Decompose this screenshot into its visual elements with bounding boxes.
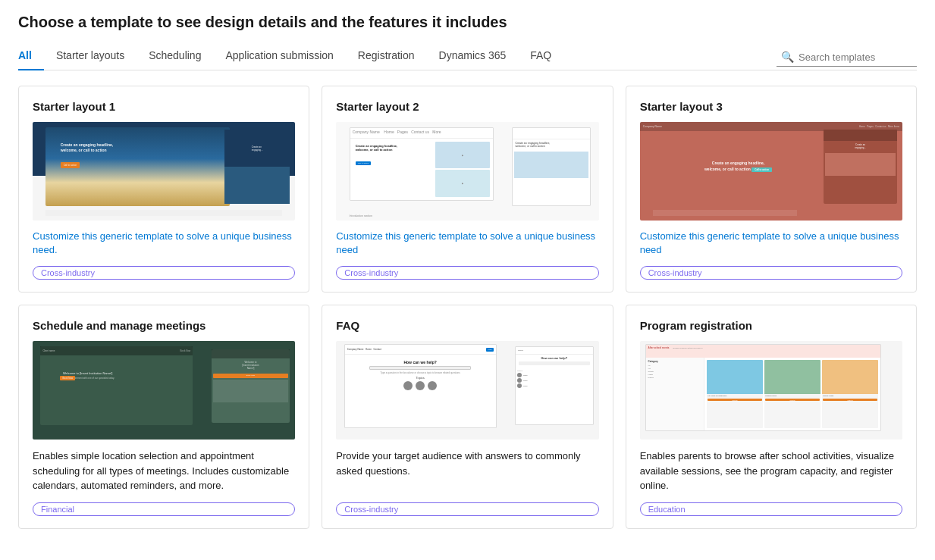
card-title-starter-2: Starter layout 2 xyxy=(336,100,598,113)
card-tag-starter-2: Cross-industry xyxy=(336,266,598,280)
tab-scheduling[interactable]: Scheduling xyxy=(136,45,213,70)
card-tag-starter-3: Cross-industry xyxy=(640,266,902,280)
card-starter-layout-1: Starter layout 1 Create an engaging head… xyxy=(18,86,309,293)
cards-grid: Starter layout 1 Create an engaging head… xyxy=(18,86,917,529)
tab-faq[interactable]: FAQ xyxy=(518,45,563,70)
card-title-starter-3: Starter layout 3 xyxy=(640,100,902,113)
card-description-starter-1[interactable]: Customize this generic template to solve… xyxy=(33,230,295,257)
card-preview-schedule[interactable]: Client name Book Now Welcome to [Insert … xyxy=(33,341,295,440)
tab-all[interactable]: All xyxy=(18,45,44,70)
card-description-schedule: Enables simple location selection and ap… xyxy=(33,449,295,493)
page-wrapper: Choose a template to see design details … xyxy=(0,0,935,547)
card-starter-layout-3: Starter layout 3 Company Name Home Pages… xyxy=(626,86,917,293)
tab-dynamics[interactable]: Dynamics 365 xyxy=(427,45,519,70)
card-preview-starter-2[interactable]: Company Name Home Pages Contact us More … xyxy=(336,122,598,221)
card-starter-layout-2: Starter layout 2 Company Name Home Pages… xyxy=(322,86,613,293)
card-preview-starter-1[interactable]: Create an engaging headline,welcome, or … xyxy=(33,122,295,221)
tab-application-submission[interactable]: Application submission xyxy=(213,45,345,70)
card-tag-schedule: Financial xyxy=(33,502,295,516)
search-input[interactable] xyxy=(799,52,912,63)
card-preview-program[interactable]: After school events Browse program detai… xyxy=(640,341,902,440)
nav-tabs: All Starter layouts Scheduling Applicati… xyxy=(18,45,563,70)
search-icon: 🔍 xyxy=(781,51,794,63)
card-program-registration: Program registration After school events… xyxy=(626,305,917,529)
search-box[interactable]: 🔍 xyxy=(777,48,917,67)
card-description-starter-2[interactable]: Customize this generic template to solve… xyxy=(336,230,598,257)
card-description-program: Enables parents to browse after school a… xyxy=(640,449,902,493)
card-title-schedule: Schedule and manage meetings xyxy=(33,319,295,332)
page-title: Choose a template to see design details … xyxy=(18,14,917,31)
card-schedule-meetings: Schedule and manage meetings Client name… xyxy=(18,305,309,529)
card-title-program: Program registration xyxy=(640,319,902,332)
tab-registration[interactable]: Registration xyxy=(346,45,427,70)
card-description-faq: Provide your target audience with answer… xyxy=(336,449,598,478)
card-preview-faq[interactable]: Company Name Home Contact Start How can … xyxy=(336,341,598,440)
card-tag-starter-1: Cross-industry xyxy=(33,266,295,280)
card-tag-program: Education xyxy=(640,502,902,516)
card-tag-faq: Cross-industry xyxy=(336,502,598,516)
card-preview-starter-3[interactable]: Company Name Home Pages Contact us More … xyxy=(640,122,902,221)
tab-starter-layouts[interactable]: Starter layouts xyxy=(44,45,136,70)
card-faq: FAQ Company Name Home Contact Start How … xyxy=(322,305,613,529)
card-description-starter-3[interactable]: Customize this generic template to solve… xyxy=(640,230,902,257)
nav-bar: All Starter layouts Scheduling Applicati… xyxy=(18,45,917,70)
card-title: Starter layout 1 xyxy=(33,100,295,113)
card-title-faq: FAQ xyxy=(336,319,598,332)
